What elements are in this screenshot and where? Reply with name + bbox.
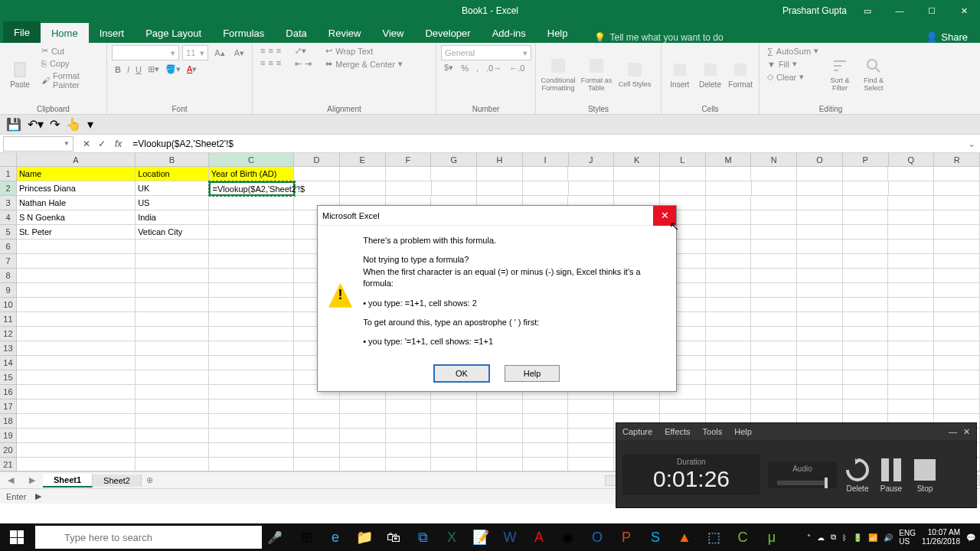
cell[interactable]: [136, 312, 209, 327]
cell[interactable]: [209, 210, 294, 225]
acrobat-icon[interactable]: A: [525, 523, 553, 551]
cell[interactable]: [523, 458, 569, 471]
increase-font-icon[interactable]: A▴: [211, 45, 227, 60]
cell[interactable]: [209, 341, 294, 356]
cell[interactable]: S N Goenka: [17, 210, 136, 225]
cell[interactable]: [843, 298, 889, 312]
cell[interactable]: [614, 181, 660, 196]
row-header[interactable]: 8: [0, 269, 17, 283]
cell[interactable]: [523, 429, 569, 443]
col-header[interactable]: D: [294, 153, 340, 167]
notifications-icon[interactable]: 💬: [966, 533, 975, 542]
cut-button[interactable]: ✂Cut: [38, 45, 102, 57]
cell[interactable]: [523, 443, 569, 458]
cell[interactable]: [568, 399, 614, 414]
cell[interactable]: [17, 269, 136, 283]
row-header[interactable]: 11: [0, 312, 17, 327]
share-button[interactable]: 👤 Share: [913, 31, 980, 43]
cortana-mic-icon[interactable]: 🎤: [262, 530, 288, 545]
cell[interactable]: [934, 254, 980, 269]
cell[interactable]: [136, 269, 209, 283]
language-indicator[interactable]: ENGUS: [899, 529, 916, 546]
align-top-icon[interactable]: ≡: [260, 46, 265, 55]
cell[interactable]: [934, 210, 980, 225]
sort-filter-button[interactable]: Sort & Filter: [825, 45, 855, 103]
chrome-icon[interactable]: ◉: [554, 523, 582, 551]
vlc-icon[interactable]: ▲: [671, 523, 698, 551]
dropbox-tray-icon[interactable]: ⧉: [831, 533, 836, 542]
sheet-nav-prev[interactable]: ◀: [0, 475, 21, 485]
cell[interactable]: [888, 327, 934, 341]
new-sheet-button[interactable]: ⊕: [142, 475, 158, 485]
cell[interactable]: [888, 240, 934, 254]
cell[interactable]: [136, 254, 209, 269]
italic-button[interactable]: I: [127, 65, 129, 74]
cell[interactable]: [209, 385, 294, 399]
cell[interactable]: [751, 327, 797, 341]
cell[interactable]: [386, 458, 432, 471]
cell[interactable]: [706, 225, 752, 240]
row-header[interactable]: 3: [0, 196, 17, 210]
cell[interactable]: [888, 370, 934, 385]
font-size-combo[interactable]: 11▾: [182, 45, 208, 60]
clear-button[interactable]: ◇Clear▾: [764, 71, 822, 83]
fx-icon[interactable]: fx: [115, 139, 122, 149]
cell[interactable]: [751, 196, 797, 210]
col-header[interactable]: L: [660, 153, 706, 167]
cell[interactable]: [136, 298, 209, 312]
cell[interactable]: [386, 399, 432, 414]
cell[interactable]: [706, 181, 752, 196]
cell[interactable]: [386, 167, 432, 181]
cell[interactable]: [136, 283, 209, 298]
store-icon[interactable]: 🛍: [380, 523, 407, 551]
cell[interactable]: [17, 298, 136, 312]
cell[interactable]: [797, 269, 843, 283]
cell[interactable]: [751, 370, 797, 385]
col-header[interactable]: B: [136, 153, 209, 167]
cell[interactable]: [843, 196, 889, 210]
cell[interactable]: [751, 254, 797, 269]
cell[interactable]: [136, 327, 209, 341]
cell[interactable]: [888, 225, 934, 240]
cell[interactable]: [934, 298, 980, 312]
tab-page-layout[interactable]: Page Layout: [135, 23, 212, 43]
cell[interactable]: [17, 327, 136, 341]
recorder-menu-effects[interactable]: Effects: [665, 427, 690, 436]
cancel-formula-icon[interactable]: ✕: [83, 139, 90, 149]
cell[interactable]: [17, 429, 136, 443]
cell[interactable]: [706, 298, 752, 312]
paste-button[interactable]: Paste: [5, 45, 35, 103]
cell[interactable]: [706, 341, 752, 356]
cell[interactable]: [340, 414, 386, 429]
cell[interactable]: [843, 167, 889, 181]
cell[interactable]: [523, 399, 569, 414]
edge-icon[interactable]: e: [322, 523, 349, 551]
cell[interactable]: [17, 240, 136, 254]
cell[interactable]: [843, 356, 889, 370]
delete-cells-button[interactable]: Delete: [697, 45, 724, 103]
cell[interactable]: Princess Diana: [17, 181, 136, 196]
camtasia-icon[interactable]: C: [729, 523, 756, 551]
cell[interactable]: [17, 414, 136, 429]
row-header[interactable]: 21: [0, 458, 17, 471]
cell[interactable]: [209, 225, 294, 240]
taskbar-search[interactable]: Type here to search: [35, 526, 262, 549]
cell[interactable]: [477, 414, 523, 429]
select-all-corner[interactable]: [0, 153, 17, 167]
task-view-icon[interactable]: ⊞: [292, 523, 320, 551]
row-header[interactable]: 1: [0, 167, 17, 181]
recorder-pause-button[interactable]: Pause: [878, 457, 904, 493]
cell[interactable]: [934, 240, 980, 254]
expand-formula-bar-icon[interactable]: ⌄: [963, 139, 980, 149]
cell[interactable]: [706, 210, 752, 225]
recorder-close-button[interactable]: ✕: [963, 427, 970, 437]
cell[interactable]: [340, 167, 386, 181]
col-header[interactable]: C: [209, 153, 294, 167]
powerpoint-icon[interactable]: P: [612, 523, 640, 551]
cell[interactable]: [209, 269, 294, 283]
cell[interactable]: [17, 370, 136, 385]
cell[interactable]: [294, 443, 340, 458]
col-header[interactable]: F: [386, 153, 432, 167]
cell[interactable]: [934, 225, 980, 240]
notepad-icon[interactable]: 📝: [467, 523, 495, 551]
